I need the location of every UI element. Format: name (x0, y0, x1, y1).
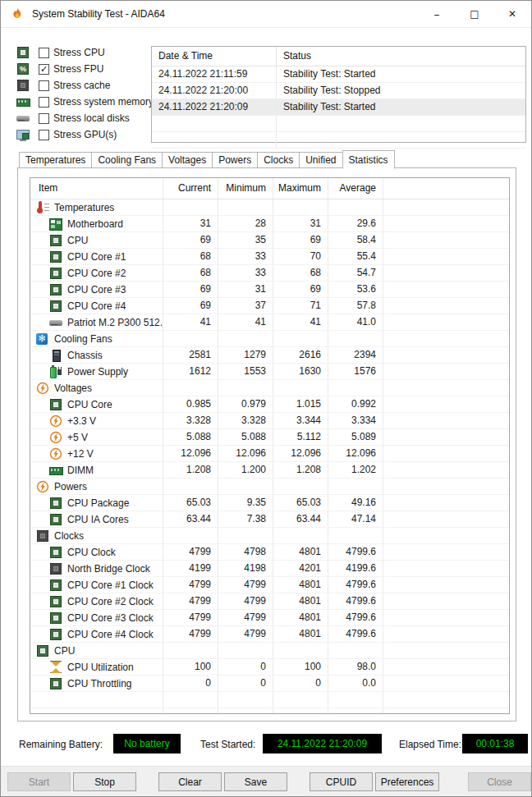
stats-maximum-cell: 2616 (273, 347, 328, 363)
checkbox-stress-local-disks[interactable] (39, 113, 49, 124)
stats-row-motherboard[interactable]: Motherboard31283129.6 (30, 216, 509, 232)
cpu-icon (36, 644, 52, 657)
stats-item-label: Chassis (67, 348, 103, 363)
stats-current-cell: 4799 (163, 593, 218, 609)
stats-filler-cell (383, 298, 509, 314)
stats-item-label: CPU Core #1 (67, 250, 126, 264)
stats-average-cell (328, 479, 383, 494)
cpu-icon (49, 611, 65, 625)
stats-item-cell: Chassis (30, 347, 163, 363)
event-row-empty[interactable] (152, 132, 525, 149)
stats-row-3-3-v[interactable]: +3.3 V3.3283.3283.3443.334 (30, 413, 509, 429)
stats-row-cpu-core-3[interactable]: CPU Core #369316953.6 (30, 282, 509, 298)
stats-minimum-cell: 12.096 (218, 446, 273, 461)
stress-option-stress-system-memory[interactable]: Stress system memory (16, 94, 148, 110)
bolt-icon (49, 415, 65, 428)
stats-group-powers[interactable]: Powers (30, 479, 509, 495)
stats-row-cpu-core-2[interactable]: CPU Core #268336854.7 (30, 265, 509, 282)
checkbox-stress-cache[interactable] (39, 80, 49, 91)
event-row-empty[interactable] (152, 116, 525, 132)
stress-options-panel: Stress CPU✓Stress FPUStress cacheStress … (16, 44, 148, 143)
stats-row-5-v[interactable]: +5 V5.0885.0885.1125.089 (30, 429, 509, 446)
button-bar: StartStopClearSaveCPUIDPreferencesClose (1, 766, 531, 797)
stats-row-cpu-core-4-clock[interactable]: CPU Core #4 Clock4799479948014799.6 (30, 626, 509, 643)
cpu-icon (49, 300, 65, 313)
cpuid-button[interactable]: CPUID (310, 772, 373, 791)
clear-button[interactable]: Clear (158, 772, 222, 791)
stop-button[interactable]: Stop (73, 772, 136, 791)
stats-group-cooling-fans[interactable]: Cooling Fans (30, 331, 509, 347)
stats-average-cell (328, 643, 383, 658)
stress-option-stress-fpu[interactable]: ✓Stress FPU (16, 61, 148, 77)
stats-row-cpu-core[interactable]: CPU Core0.9850.9791.0150.992 (30, 396, 509, 413)
event-row[interactable]: 24.11.2022 21:20:00Stability Test: Stopp… (152, 83, 525, 99)
stats-row-cpu-clock[interactable]: CPU Clock4799479848014799.6 (30, 544, 509, 561)
checkbox-stress-fpu[interactable]: ✓ (39, 64, 49, 75)
tab-clocks[interactable]: Clocks (258, 152, 300, 168)
tab-statistics[interactable]: Statistics (342, 150, 395, 169)
stats-row-cpu-utilization[interactable]: CPU Utilization100010098.0 (30, 659, 509, 676)
close-button: Close (468, 772, 531, 791)
event-col-status: Status (277, 47, 525, 66)
stats-item-label: Cooling Fans (54, 332, 112, 346)
checkbox-stress-cpu[interactable] (39, 48, 49, 58)
start-button: Start (7, 772, 71, 791)
stress-option-stress-local-disks[interactable]: Stress local disks (16, 110, 148, 126)
stats-row-cpu[interactable]: CPU69356958.4 (30, 232, 509, 249)
stats-row-power-supply[interactable]: Power Supply1612155316301576 (30, 364, 509, 380)
stats-row-cpu-throttling[interactable]: CPU Throttling0000.0 (30, 676, 509, 692)
cpu-icon (49, 250, 65, 263)
window-title: System Stability Test - AIDA64 (32, 8, 165, 20)
stats-row-chassis[interactable]: Chassis2581127926162394 (30, 347, 509, 364)
stats-current-cell: 69 (163, 232, 218, 248)
stats-group-clocks[interactable]: Clocks (30, 528, 509, 544)
stats-filler-cell (383, 249, 509, 264)
stats-item-cell: CPU Utilization (30, 659, 163, 675)
tab-cooling-fans[interactable]: Cooling Fans (92, 152, 163, 168)
stats-row-cpu-core-3-clock[interactable]: CPU Core #3 Clock4799479948014799.6 (30, 610, 509, 626)
stats-group-cpu[interactable]: CPU (30, 643, 509, 659)
checkbox-stress-system-memory[interactable] (39, 97, 49, 108)
stats-row-cpu-core-4[interactable]: CPU Core #469377157.8 (30, 298, 509, 314)
stats-row-north-bridge-clock[interactable]: North Bridge Clock4199419842014199.6 (30, 561, 509, 577)
stats-row-cpu-core-2-clock[interactable]: CPU Core #2 Clock4799479948014799.6 (30, 593, 509, 610)
stats-filler-cell (383, 413, 509, 428)
stats-current-cell (163, 692, 218, 708)
tab-powers[interactable]: Powers (213, 152, 258, 168)
stability-test-window: System Stability Test - AIDA64 – □ ✕ Str… (0, 0, 532, 797)
maximize-icon[interactable]: □ (456, 1, 493, 27)
stats-group-temperatures[interactable]: Temperatures (30, 199, 509, 216)
stats-item-cell: DIMM (30, 462, 163, 478)
stats-maximum-cell (273, 199, 328, 215)
tab-temperatures[interactable]: Temperatures (19, 152, 92, 168)
stats-row-cpu-ia-cores[interactable]: CPU IA Cores63.447.3863.4447.14 (30, 511, 509, 528)
stats-filler-cell (383, 380, 509, 396)
minimize-icon[interactable]: – (418, 1, 456, 27)
stats-row-12-v[interactable]: +12 V12.09612.09612.09612.096 (30, 446, 509, 462)
stats-minimum-cell: 4198 (218, 561, 273, 576)
stats-row-cpu-package[interactable]: CPU Package65.039.3565.0349.16 (30, 495, 509, 511)
preferences-button[interactable]: Preferences (375, 772, 439, 791)
memory-icon (16, 95, 32, 108)
stats-row-cpu-core-1[interactable]: CPU Core #168337055.4 (30, 249, 509, 265)
stats-item-cell: CPU Core #3 (30, 282, 163, 297)
stats-filler-cell (383, 265, 509, 281)
stats-row-cpu-core-1-clock[interactable]: CPU Core #1 Clock4799479948014799.6 (30, 577, 509, 593)
stats-minimum-cell: 1.200 (218, 462, 273, 478)
stats-current-cell: 4799 (163, 610, 218, 625)
stats-row-dimm[interactable]: DIMM1.2081.2001.2081.202 (30, 462, 509, 479)
tab-voltages[interactable]: Voltages (163, 152, 213, 168)
stress-option-stress-cache[interactable]: Stress cache (16, 77, 148, 94)
checkbox-stress-gpu-s[interactable] (39, 130, 49, 140)
close-icon[interactable]: ✕ (493, 1, 531, 27)
stress-option-stress-gpu-s[interactable]: Stress GPU(s) (16, 126, 148, 143)
save-button[interactable]: Save (224, 772, 287, 791)
event-row[interactable]: 24.11.2022 21:11:59Stability Test: Start… (152, 66, 525, 83)
stress-option-stress-cpu[interactable]: Stress CPU (16, 44, 148, 61)
event-row[interactable]: 24.11.2022 21:20:09Stability Test: Start… (152, 99, 525, 116)
stats-row-patriot-m-2-p300-512[interactable]: Patriot M.2 P300 512...41414141.0 (30, 314, 509, 331)
tab-unified[interactable]: Unified (300, 152, 342, 168)
stats-group-voltages[interactable]: Voltages (30, 380, 509, 396)
stats-item-cell: North Bridge Clock (30, 561, 163, 576)
stats-item-label: Patriot M.2 P300 512... (67, 315, 163, 330)
